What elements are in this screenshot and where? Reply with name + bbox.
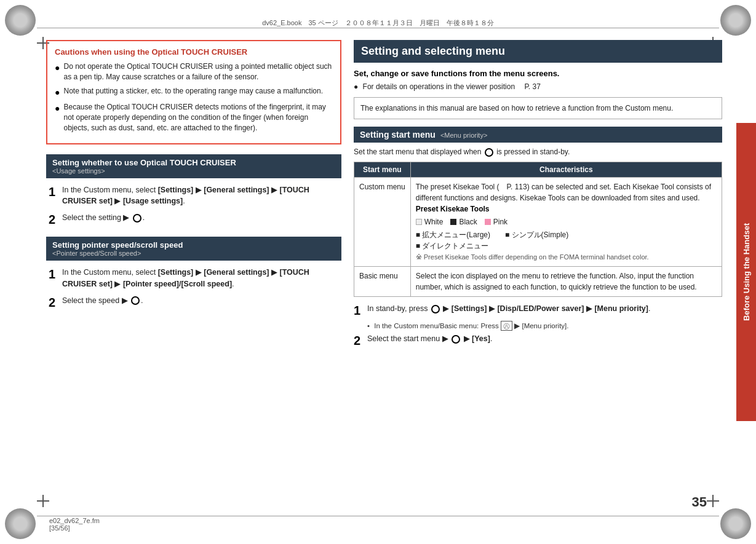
swatch-pink-square: [485, 219, 491, 225]
optical-step-1-text: In the Custom menu, select [Settings] ▶ …: [62, 184, 339, 208]
section-optical-content: 1 In the Custom menu, select [Settings] …: [46, 179, 341, 237]
footer-text: e02_dv62_7e.fm [35/56]: [49, 517, 100, 532]
footer-pages: [35/56]: [49, 524, 70, 532]
caution-text-1: Do not operate the Optical TOUCH CRUISER…: [63, 61, 333, 82]
caution-text-2: Note that putting a sticker, etc. to the…: [63, 86, 323, 97]
intro-sub-text: For details on operations in the viewer …: [363, 82, 541, 91]
table-cell-basic-name: Basic menu: [354, 266, 411, 296]
subsection-text: Set the start menu that displayed when i…: [354, 148, 722, 157]
circle-icon-step1: [431, 305, 440, 313]
table-header-start-menu: Start menu: [354, 162, 411, 177]
intro-bullet-icon: ●: [354, 82, 358, 91]
bullet-icon-1: ●: [55, 62, 60, 74]
pointer-step-1-text: In the Custom menu, select [Settings] ▶ …: [62, 267, 339, 290]
circle-icon-optical: [133, 214, 141, 223]
table-cell-custom-desc: The preset Kisekae Tool ( P. 113) can be…: [410, 177, 722, 266]
section-pointer-title: Setting pointer speed/scroll speed: [52, 240, 335, 250]
side-label-text: Before Using the Handset: [742, 223, 751, 321]
note-text: ※ Preset Kisekae Tools differ depending …: [416, 253, 649, 261]
info-box: The explanations in this manual are base…: [354, 97, 722, 119]
extra-row1: ■ 拡大メニュー(Large) ■ シンプル(Simple): [416, 231, 569, 239]
intro-text: Set, change or save functions from the m…: [354, 69, 722, 78]
circle-icon-step2: [452, 335, 460, 344]
table-header-characteristics: Characteristics: [410, 162, 722, 177]
menu-key-icon: ㊇: [501, 321, 512, 331]
caution-box: Cautions when using the Optical TOUCH CR…: [46, 40, 341, 144]
subsection-title: Setting start menu <Menu priority>: [354, 127, 722, 143]
step-sub-bullet: •: [367, 322, 370, 329]
swatch-pink-label: Pink: [493, 216, 507, 227]
caution-item-1: ● Do not operate the Optical TOUCH CRUIS…: [55, 61, 333, 82]
color-swatches: White Black Pink: [416, 216, 717, 227]
optical-step-1-number: 1: [49, 184, 58, 199]
right-step-1: 1 In stand-by, press ▶ [Settings] ▶ [Dis…: [354, 303, 722, 318]
swatch-white: White: [416, 216, 444, 227]
table-cell-custom-name: Custom menu: [354, 177, 411, 266]
header-line: [37, 28, 719, 28]
main-heading-text: Setting and selecting menu: [361, 45, 715, 58]
left-column: Cautions when using the Optical TOUCH CR…: [46, 40, 341, 504]
swatch-black-square: [450, 219, 456, 225]
table-row-custom: Custom menu The preset Kisekae Tool ( P.…: [354, 177, 722, 266]
section-pointer-subtitle: <Pointer speed/Scroll speed>: [52, 250, 335, 257]
footer-file: e02_dv62_7e.fm: [49, 517, 100, 524]
circle-icon-standby: [485, 148, 493, 157]
section-pointer-content: 1 In the Custom menu, select [Settings] …: [46, 262, 341, 320]
swatch-black-label: Black: [459, 216, 477, 227]
optical-step-2-text: Select the setting ▶ .: [62, 212, 145, 224]
footer-line: [37, 516, 719, 516]
menu-table: Start menu Characteristics Custom menu T…: [354, 162, 722, 297]
content-area: Cautions when using the Optical TOUCH CR…: [46, 40, 722, 504]
right-column: Setting and selecting menu Set, change o…: [354, 40, 722, 504]
corner-decoration-br: [720, 508, 751, 539]
table-row-basic: Basic menu Select the icon displayed on …: [354, 266, 722, 296]
pointer-step-1: 1 In the Custom menu, select [Settings] …: [49, 267, 339, 290]
right-steps: 1 In stand-by, press ▶ [Settings] ▶ [Dis…: [354, 303, 722, 348]
right-step-1-sub: • In the Custom menu/Basic menu: Press ㊇…: [354, 321, 722, 331]
extra-row2: ■ ダイレクトメニュー: [416, 242, 489, 250]
swatch-pink: Pink: [485, 216, 507, 227]
optical-step-2-number: 2: [49, 212, 58, 227]
caution-item-2: ● Note that putting a sticker, etc. to t…: [55, 86, 333, 99]
caution-text-3: Because the Optical TOUCH CRUISER detect…: [63, 102, 333, 133]
section-optical-subtitle: <Usage settings>: [52, 167, 335, 175]
right-step-1-number: 1: [354, 303, 364, 318]
section-optical-header: Setting whether to use Optical TOUCH CRU…: [46, 154, 341, 178]
right-step-2: 2 Select the start menu ▶ ▶ [Yes].: [354, 333, 722, 348]
subsection-title-main: Setting start menu: [360, 130, 436, 140]
pointer-step-2-text: Select the speed ▶ .: [62, 295, 143, 307]
pointer-step-1-number: 1: [49, 267, 58, 282]
corner-decoration-bl: [5, 508, 36, 539]
swatch-white-square: [416, 219, 422, 225]
optical-step-1: 1 In the Custom menu, select [Settings] …: [49, 184, 339, 208]
intro-sub: ● For details on operations in the viewe…: [354, 82, 722, 92]
side-label: Before Using the Handset: [736, 123, 756, 421]
note-marker: ※: [416, 253, 422, 261]
circle-icon-pointer: [131, 296, 140, 305]
bullet-icon-3: ●: [55, 103, 60, 115]
right-step-2-text: Select the start menu ▶ ▶ [Yes].: [367, 333, 492, 345]
header-text: dv62_E.book 35 ページ ２００８年１１月３日 月曜日 午後８時１８…: [0, 18, 756, 28]
swatch-white-label: White: [424, 216, 444, 227]
main-heading-box: Setting and selecting menu: [354, 40, 722, 63]
section-pointer-header: Setting pointer speed/scroll speed <Poin…: [46, 237, 341, 261]
section-optical-title: Setting whether to use Optical TOUCH CRU…: [52, 158, 335, 167]
preset-tools-label: Preset Kisekae Tools: [416, 205, 490, 213]
table-cell-basic-desc: Select the icon displayed on the menu to…: [410, 266, 722, 296]
swatch-black: Black: [450, 216, 477, 227]
subsection-title-sub: <Menu priority>: [440, 132, 487, 139]
right-step-2-number: 2: [354, 333, 364, 348]
caution-title: Cautions when using the Optical TOUCH CR…: [55, 47, 333, 57]
pointer-step-2: 2 Select the speed ▶ .: [49, 295, 339, 310]
pointer-step-2-number: 2: [49, 295, 58, 310]
custom-desc-text: The preset Kisekae Tool ( P. 113) can be…: [416, 183, 711, 202]
bullet-icon-2: ●: [55, 87, 60, 99]
optical-step-2: 2 Select the setting ▶ .: [49, 212, 339, 227]
caution-item-3: ● Because the Optical TOUCH CRUISER dete…: [55, 102, 333, 133]
right-step-1-text: In stand-by, press ▶ [Settings] ▶ [Disp/…: [367, 303, 650, 315]
